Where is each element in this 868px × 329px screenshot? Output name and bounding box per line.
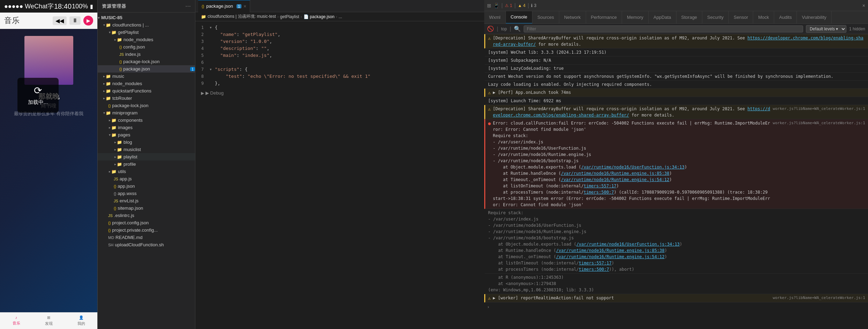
- debug-section[interactable]: ▶ ▶ Debug: [195, 90, 484, 96]
- tab-wxml[interactable]: Wxml: [484, 11, 506, 24]
- collapse-arrow[interactable]: ▾: [209, 66, 212, 73]
- tree-item-tcbrouter[interactable]: ▸ 📁 tcbRouter: [98, 95, 195, 102]
- tree-item-utils[interactable]: ▸ 📁 utils: [98, 168, 195, 175]
- file-label: music: [112, 74, 195, 79]
- tree-item-app-js[interactable]: JS app.js: [98, 175, 195, 182]
- collapse-arrow[interactable]: ▾: [209, 24, 212, 31]
- stack-link[interactable]: /var/runtime/node16/Runtime.engine.js:85…: [556, 248, 665, 253]
- console-level-dropdown[interactable]: Default levels ▾: [806, 25, 846, 33]
- file-label: cloudfunctions | ...: [112, 22, 195, 28]
- tab-sensor[interactable]: Sensor: [729, 11, 753, 24]
- tree-item-project-private[interactable]: {} project.private.config...: [98, 226, 195, 234]
- line-content: "description": "",: [209, 45, 484, 52]
- nav-label-music: 音乐: [13, 321, 20, 326]
- tree-item-node-modules-root[interactable]: ▸ 📁 node_modules: [98, 80, 195, 87]
- tree-item-musiclist[interactable]: ▸ 📁 musiclist: [98, 146, 195, 153]
- stack-link[interactable]: /var/runtime/node16/UserFunction.js:34:1…: [576, 242, 680, 247]
- chevron-right-icon: ▸: [103, 96, 105, 100]
- tree-item-sitemap[interactable]: {} sitemap.json: [98, 204, 195, 212]
- tab-memory[interactable]: Memory: [622, 11, 649, 24]
- json-file-icon: {}: [114, 206, 116, 210]
- nav-item-music[interactable]: ♪ 音乐: [13, 315, 20, 326]
- tab-mock[interactable]: Mock: [753, 11, 774, 24]
- tree-item-envlist[interactable]: JS envList.js: [98, 197, 195, 204]
- warning-icon: ⚠: [488, 35, 491, 42]
- tree-item-eslintrc[interactable]: JS .eslintrc.js: [98, 212, 195, 219]
- stack-link[interactable]: /var/runtime/node16/Runtime.engine.js:54…: [561, 177, 669, 182]
- devtools-inspect-button[interactable]: ⊞: [487, 3, 491, 8]
- tree-item-profile[interactable]: ▸ 📁 profile: [98, 160, 195, 168]
- tab-close-button[interactable]: ×: [244, 3, 246, 9]
- app-controls[interactable]: ◀◀ ⏸ ▶: [53, 16, 93, 25]
- tree-item-miniprogram[interactable]: ▾ 📁 miniprogram: [98, 109, 195, 117]
- tree-item-components[interactable]: ▸ 📁 components: [98, 117, 195, 124]
- code-line: 6: [195, 59, 484, 66]
- tab-console[interactable]: Console: [506, 11, 533, 24]
- project-root[interactable]: ▾ MUSIC-85: [98, 14, 195, 21]
- line-content: },: [209, 80, 484, 87]
- tree-item-package-json[interactable]: {} package.json 1: [98, 65, 195, 73]
- console-input[interactable]: [492, 305, 865, 309]
- editor-tab-package-json[interactable]: {} package.json 1 ×: [198, 0, 250, 12]
- tree-item-package-lock-root[interactable]: {} package-lock.json: [98, 102, 195, 109]
- stack-link[interactable]: timers:557:17: [579, 261, 612, 266]
- deprecation-link-2[interactable]: https://developer.chrome.com/blog/enabli…: [493, 106, 770, 118]
- code-editor-body: 1 ▾ { 2 "name": "getPlaylist", 3 "versio…: [195, 21, 484, 90]
- devtools-panel: ⊞ 📱 | ⚠ 1 | ▲ 4 | ℹ 3 × Wxml: [484, 0, 868, 329]
- tree-item-project-config[interactable]: {} project.config.json: [98, 219, 195, 226]
- stack-link[interactable]: timers:500:7: [579, 267, 609, 272]
- nav-item-discover[interactable]: ⊞ 发现: [45, 315, 53, 326]
- tree-item-cloudfunctions[interactable]: ▾ 📁 cloudfunctions | ...: [98, 21, 195, 29]
- warning-icon: ⚠: [488, 106, 491, 112]
- console-input-area[interactable]: ›: [484, 302, 868, 312]
- file-label: project.private.config...: [112, 227, 195, 233]
- stack-link[interactable]: /var/runtime/node16/Runtime.engine.js:54…: [556, 254, 665, 259]
- tab-audits[interactable]: Audits: [774, 11, 797, 24]
- code-line: 4 "description": "",: [195, 45, 484, 52]
- explorer-actions[interactable]: ⋯: [185, 3, 191, 9]
- tree-item-app-wxss[interactable]: {} app.wxss: [98, 190, 195, 197]
- music-pause-button[interactable]: ⏸: [69, 16, 81, 25]
- discover-nav-icon: ⊞: [47, 315, 50, 320]
- tree-item-node-modules[interactable]: ▸ 📁 node_modules: [98, 36, 195, 43]
- music-play-button[interactable]: ▶: [83, 16, 93, 25]
- tree-item-config-json[interactable]: {} config.json: [98, 43, 195, 51]
- stack-link[interactable]: timers:557:17: [584, 184, 616, 188]
- deprecation-link[interactable]: https://developer.chrome.com/blog/enabli…: [493, 36, 863, 47]
- tree-item-blog[interactable]: ▸ 📁 blog: [98, 139, 195, 146]
- tree-item-readme[interactable]: MD README.md: [98, 234, 195, 241]
- stack-link[interactable]: /var/runtime/node16/UserFunction.js:34:1…: [581, 165, 684, 170]
- console-clear-button[interactable]: 🚫: [487, 25, 494, 32]
- tab-network[interactable]: Network: [559, 11, 586, 24]
- tab-storage[interactable]: Storage: [676, 11, 703, 24]
- nav-item-profile[interactable]: 👤 我的: [77, 315, 85, 326]
- tab-sources[interactable]: Sources: [532, 11, 559, 24]
- warning-icon: ⚠: [488, 295, 491, 301]
- console-message-lazy-loading: Lazy code loading is enabled. Only injec…: [484, 81, 868, 89]
- tree-item-images[interactable]: ▸ 📁 images: [98, 124, 195, 131]
- folder-icon: 📁: [106, 23, 111, 28]
- console-filter-toggle[interactable]: 🔍: [514, 25, 521, 32]
- tab-performance[interactable]: Performance: [586, 11, 622, 24]
- stack-link[interactable]: /var/runtime/node16/Runtime.engine.js:85…: [561, 171, 669, 176]
- tab-label-wxml: Wxml: [489, 15, 501, 20]
- console-message-subpackages: [system] Subpackages: N/A: [484, 57, 868, 65]
- devtools-close-button[interactable]: ×: [862, 3, 865, 8]
- tree-item-upload-sh[interactable]: SH uploadCloudFunction.sh: [98, 241, 195, 248]
- tree-item-app-json[interactable]: {} app.json: [98, 182, 195, 190]
- tree-item-package-lock[interactable]: {} package-lock.json: [98, 58, 195, 65]
- tree-item-quickstart[interactable]: ▸ 📁 quickstartFunctions: [98, 87, 195, 95]
- folder-icon: 📁: [111, 118, 117, 123]
- music-prev-button[interactable]: ◀◀: [53, 16, 67, 25]
- tree-item-getplaylist[interactable]: ▾ 📁 getPlaylist: [98, 29, 195, 36]
- tab-vulnerability[interactable]: Vulnerability: [797, 11, 831, 24]
- tree-item-playlist[interactable]: ▸ 📁 playlist: [98, 153, 195, 160]
- tree-item-index-js[interactable]: JS index.js: [98, 51, 195, 58]
- stack-link[interactable]: timers:500:7: [584, 190, 614, 195]
- console-filter-input[interactable]: [524, 25, 803, 32]
- tab-security[interactable]: Security: [702, 11, 729, 24]
- tree-item-music[interactable]: ▸ 📁 music: [98, 73, 195, 80]
- tree-item-pages[interactable]: ▾ 📁 pages: [98, 131, 195, 139]
- devtools-device-button[interactable]: 📱: [493, 3, 499, 8]
- tab-appdata[interactable]: AppData: [649, 11, 676, 24]
